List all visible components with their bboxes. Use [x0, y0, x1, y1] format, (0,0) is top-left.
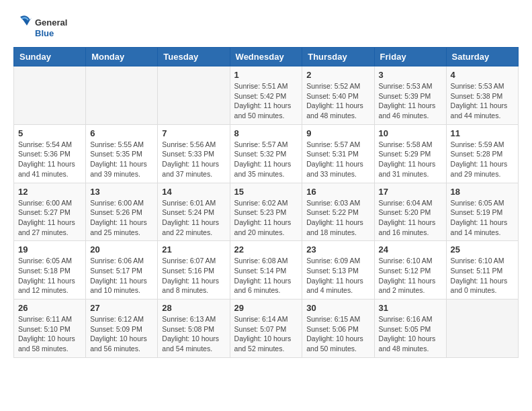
- day-info: Sunrise: 5:53 AM Sunset: 5:39 PM Dayligh…: [379, 81, 442, 121]
- day-number: 27: [90, 303, 153, 313]
- day-number: 17: [379, 187, 442, 197]
- day-number: 1: [234, 70, 298, 80]
- day-number: 30: [306, 303, 369, 313]
- calendar-cell: 12Sunrise: 6:00 AM Sunset: 5:27 PM Dayli…: [14, 183, 86, 241]
- calendar-cell: 28Sunrise: 6:13 AM Sunset: 5:08 PM Dayli…: [158, 300, 230, 358]
- day-info: Sunrise: 6:14 AM Sunset: 5:07 PM Dayligh…: [234, 314, 298, 354]
- day-number: 4: [451, 70, 514, 80]
- calendar-cell: 29Sunrise: 6:14 AM Sunset: 5:07 PM Dayli…: [230, 300, 302, 358]
- day-number: 16: [306, 187, 369, 197]
- week-row-3: 12Sunrise: 6:00 AM Sunset: 5:27 PM Dayli…: [14, 183, 519, 241]
- day-number: 7: [162, 128, 225, 138]
- calendar-cell: 31Sunrise: 6:16 AM Sunset: 5:05 PM Dayli…: [374, 300, 446, 358]
- day-info: Sunrise: 6:00 AM Sunset: 5:27 PM Dayligh…: [18, 198, 81, 238]
- day-number: 10: [379, 128, 442, 138]
- day-info: Sunrise: 6:12 AM Sunset: 5:09 PM Dayligh…: [90, 314, 153, 354]
- day-info: Sunrise: 6:03 AM Sunset: 5:22 PM Dayligh…: [306, 198, 369, 238]
- header-sunday: Sunday: [14, 48, 86, 66]
- week-row-4: 19Sunrise: 6:05 AM Sunset: 5:18 PM Dayli…: [14, 241, 519, 300]
- day-number: 31: [379, 303, 442, 313]
- day-number: 28: [162, 303, 225, 313]
- svg-text:General: General: [35, 17, 67, 28]
- calendar-cell: 4Sunrise: 5:53 AM Sunset: 5:38 PM Daylig…: [446, 66, 518, 125]
- calendar-cell: [14, 66, 86, 125]
- header-friday: Friday: [374, 48, 446, 66]
- calendar-cell: 10Sunrise: 5:58 AM Sunset: 5:29 PM Dayli…: [374, 124, 446, 183]
- header-wednesday: Wednesday: [230, 48, 302, 66]
- day-info: Sunrise: 6:01 AM Sunset: 5:24 PM Dayligh…: [162, 198, 225, 238]
- calendar-cell: 14Sunrise: 6:01 AM Sunset: 5:24 PM Dayli…: [158, 183, 230, 241]
- logo: General Blue: [13, 13, 74, 40]
- day-number: 24: [379, 244, 442, 255]
- calendar-cell: 1Sunrise: 5:51 AM Sunset: 5:42 PM Daylig…: [230, 66, 302, 125]
- calendar-cell: 22Sunrise: 6:08 AM Sunset: 5:14 PM Dayli…: [230, 241, 302, 300]
- page-header: General Blue: [13, 13, 519, 40]
- calendar-cell: 26Sunrise: 6:11 AM Sunset: 5:10 PM Dayli…: [14, 300, 86, 358]
- calendar-cell: 21Sunrise: 6:07 AM Sunset: 5:16 PM Dayli…: [158, 241, 230, 300]
- day-number: 14: [162, 187, 225, 197]
- day-info: Sunrise: 6:15 AM Sunset: 5:06 PM Dayligh…: [306, 314, 369, 354]
- day-info: Sunrise: 5:51 AM Sunset: 5:42 PM Dayligh…: [234, 81, 298, 121]
- day-number: 21: [162, 244, 225, 255]
- day-info: Sunrise: 5:54 AM Sunset: 5:36 PM Dayligh…: [18, 140, 81, 179]
- day-number: 29: [234, 303, 298, 313]
- calendar-cell: 6Sunrise: 5:55 AM Sunset: 5:35 PM Daylig…: [86, 124, 158, 183]
- day-info: Sunrise: 6:05 AM Sunset: 5:18 PM Dayligh…: [18, 256, 81, 295]
- day-info: Sunrise: 6:13 AM Sunset: 5:08 PM Dayligh…: [162, 314, 225, 354]
- day-number: 20: [90, 244, 153, 255]
- calendar-cell: 30Sunrise: 6:15 AM Sunset: 5:06 PM Dayli…: [302, 300, 374, 358]
- calendar-cell: 5Sunrise: 5:54 AM Sunset: 5:36 PM Daylig…: [14, 124, 86, 183]
- day-number: 12: [18, 187, 81, 197]
- day-number: 2: [306, 70, 369, 80]
- day-number: 3: [379, 70, 442, 80]
- calendar-cell: 25Sunrise: 6:10 AM Sunset: 5:11 PM Dayli…: [446, 241, 518, 300]
- day-info: Sunrise: 5:53 AM Sunset: 5:38 PM Dayligh…: [451, 81, 514, 121]
- day-info: Sunrise: 6:06 AM Sunset: 5:17 PM Dayligh…: [90, 256, 153, 295]
- calendar-cell: 11Sunrise: 5:59 AM Sunset: 5:28 PM Dayli…: [446, 124, 518, 183]
- week-row-1: 1Sunrise: 5:51 AM Sunset: 5:42 PM Daylig…: [14, 66, 519, 125]
- day-info: Sunrise: 5:52 AM Sunset: 5:40 PM Dayligh…: [306, 81, 369, 121]
- day-number: 11: [451, 128, 514, 138]
- calendar-cell: [86, 66, 158, 125]
- day-info: Sunrise: 6:16 AM Sunset: 5:05 PM Dayligh…: [379, 314, 442, 354]
- calendar-cell: 17Sunrise: 6:04 AM Sunset: 5:20 PM Dayli…: [374, 183, 446, 241]
- calendar-cell: 19Sunrise: 6:05 AM Sunset: 5:18 PM Dayli…: [14, 241, 86, 300]
- day-info: Sunrise: 5:55 AM Sunset: 5:35 PM Dayligh…: [90, 140, 153, 179]
- week-row-5: 26Sunrise: 6:11 AM Sunset: 5:10 PM Dayli…: [14, 300, 519, 358]
- day-number: 22: [234, 244, 298, 255]
- header-thursday: Thursday: [302, 48, 374, 66]
- calendar-cell: 9Sunrise: 5:57 AM Sunset: 5:31 PM Daylig…: [302, 124, 374, 183]
- calendar-cell: 2Sunrise: 5:52 AM Sunset: 5:40 PM Daylig…: [302, 66, 374, 125]
- calendar-cell: 3Sunrise: 5:53 AM Sunset: 5:39 PM Daylig…: [374, 66, 446, 125]
- calendar-cell: 16Sunrise: 6:03 AM Sunset: 5:22 PM Dayli…: [302, 183, 374, 241]
- day-number: 19: [18, 244, 81, 255]
- day-number: 9: [306, 128, 369, 138]
- calendar-table: SundayMondayTuesdayWednesdayThursdayFrid…: [13, 47, 519, 358]
- logo-svg: General Blue: [13, 13, 74, 40]
- day-info: Sunrise: 6:09 AM Sunset: 5:13 PM Dayligh…: [306, 256, 369, 295]
- calendar-cell: 18Sunrise: 6:05 AM Sunset: 5:19 PM Dayli…: [446, 183, 518, 241]
- day-info: Sunrise: 6:08 AM Sunset: 5:14 PM Dayligh…: [234, 256, 298, 295]
- day-info: Sunrise: 6:11 AM Sunset: 5:10 PM Dayligh…: [18, 314, 81, 354]
- day-info: Sunrise: 6:05 AM Sunset: 5:19 PM Dayligh…: [451, 198, 514, 238]
- calendar-cell: [446, 300, 518, 358]
- day-info: Sunrise: 6:07 AM Sunset: 5:16 PM Dayligh…: [162, 256, 225, 295]
- day-info: Sunrise: 6:02 AM Sunset: 5:23 PM Dayligh…: [234, 198, 298, 238]
- day-number: 13: [90, 187, 153, 197]
- calendar-cell: 13Sunrise: 6:00 AM Sunset: 5:26 PM Dayli…: [86, 183, 158, 241]
- day-info: Sunrise: 5:59 AM Sunset: 5:28 PM Dayligh…: [451, 140, 514, 179]
- day-number: 15: [234, 187, 298, 197]
- calendar-cell: 27Sunrise: 6:12 AM Sunset: 5:09 PM Dayli…: [86, 300, 158, 358]
- day-info: Sunrise: 5:58 AM Sunset: 5:29 PM Dayligh…: [379, 140, 442, 179]
- day-number: 6: [90, 128, 153, 138]
- day-number: 25: [451, 244, 514, 255]
- day-info: Sunrise: 6:10 AM Sunset: 5:11 PM Dayligh…: [451, 256, 514, 295]
- day-info: Sunrise: 6:04 AM Sunset: 5:20 PM Dayligh…: [379, 198, 442, 238]
- day-number: 23: [306, 244, 369, 255]
- day-info: Sunrise: 5:57 AM Sunset: 5:31 PM Dayligh…: [306, 140, 369, 179]
- day-number: 8: [234, 128, 298, 138]
- day-number: 18: [451, 187, 514, 197]
- calendar-cell: 20Sunrise: 6:06 AM Sunset: 5:17 PM Dayli…: [86, 241, 158, 300]
- calendar-cell: 15Sunrise: 6:02 AM Sunset: 5:23 PM Dayli…: [230, 183, 302, 241]
- header-monday: Monday: [86, 48, 158, 66]
